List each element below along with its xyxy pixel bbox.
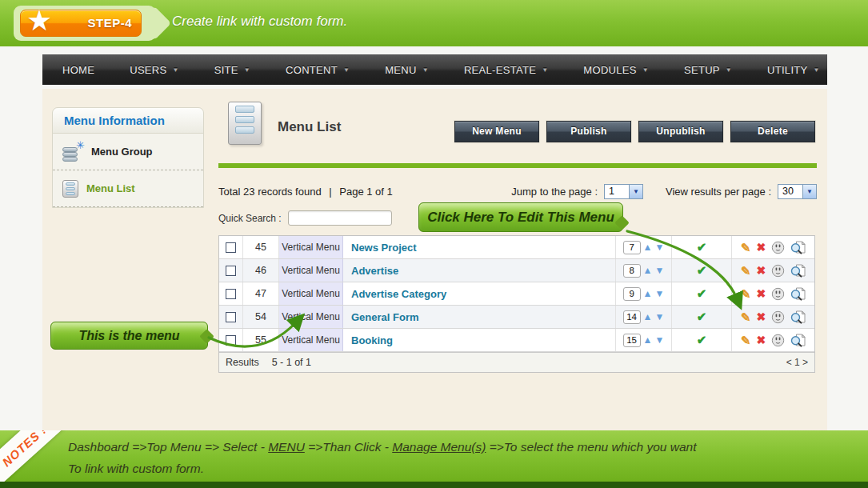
row-checkbox-cell — [219, 282, 243, 305]
table-row: 54 Vertical Menu General Form 14 ▲ ▼ ✔ ✎… — [219, 306, 814, 329]
publish-button[interactable]: Publish — [546, 121, 631, 142]
row-id: 55 — [243, 329, 279, 351]
row-menu-name-link[interactable]: Advertise Category — [343, 282, 616, 305]
nav-item-users[interactable]: USERS▼ — [112, 64, 197, 76]
preview-icon[interactable] — [790, 241, 806, 254]
chevron-down-icon: ▼ — [173, 66, 179, 74]
results-range: 5 - 1 of 1 — [272, 357, 311, 368]
row-menu-name-link[interactable]: News Project — [343, 236, 616, 258]
move-up-icon[interactable]: ▲ — [643, 242, 653, 252]
smiley-icon[interactable] — [771, 310, 785, 324]
published-check-icon[interactable]: ✔ — [697, 263, 707, 278]
edit-icon[interactable]: ✎ — [741, 288, 751, 300]
step-badge-point — [138, 6, 171, 40]
quick-search-input[interactable] — [288, 210, 392, 226]
move-up-icon[interactable]: ▲ — [643, 266, 653, 275]
move-up-icon[interactable]: ▲ — [643, 335, 653, 345]
unpublish-button[interactable]: Unpublish — [638, 121, 723, 142]
move-down-icon[interactable]: ▼ — [655, 312, 665, 322]
published-check-icon[interactable]: ✔ — [697, 333, 707, 347]
table-row: 46 Vertical Menu Advertise 8 ▲ ▼ ✔ ✎ ✖ — [219, 259, 814, 282]
results-label: Results — [226, 357, 259, 368]
row-id: 45 — [243, 236, 279, 258]
notes-ribbon-label: NOTES ! — [0, 430, 49, 469]
row-checkbox[interactable] — [226, 289, 236, 299]
move-down-icon[interactable]: ▼ — [655, 266, 665, 275]
delete-icon[interactable]: ✖ — [756, 242, 766, 253]
row-status-cell: ✔ — [672, 306, 732, 328]
published-check-icon[interactable]: ✔ — [697, 310, 707, 324]
top-nav: HOME USERS▼ SITE▼ CONTENT▼ MENU▼ REAL-ES… — [42, 54, 827, 85]
move-down-icon[interactable]: ▼ — [655, 242, 665, 252]
pager[interactable]: < 1 > — [786, 357, 808, 368]
jump-to-page-label: Jump to the page : — [511, 186, 598, 198]
edit-icon[interactable]: ✎ — [741, 334, 751, 346]
delete-icon[interactable]: ✖ — [756, 288, 766, 299]
row-status-cell: ✔ — [672, 282, 732, 305]
published-check-icon[interactable]: ✔ — [697, 286, 707, 301]
sidebar-item-menu-group[interactable]: ✳ Menu Group — [53, 134, 203, 170]
callout-text: This is the menu — [78, 329, 179, 343]
row-order-cell: 7 ▲ ▼ — [616, 236, 672, 258]
order-input[interactable]: 9 — [623, 287, 641, 301]
smiley-icon[interactable] — [771, 334, 785, 347]
published-check-icon[interactable]: ✔ — [697, 240, 707, 254]
nav-item-home[interactable]: HOME — [45, 64, 112, 76]
move-down-icon[interactable]: ▼ — [655, 335, 665, 345]
order-input[interactable]: 8 — [623, 264, 641, 278]
move-up-icon[interactable]: ▲ — [643, 289, 653, 298]
order-input[interactable]: 15 — [623, 334, 641, 347]
smiley-icon[interactable] — [771, 264, 785, 278]
jump-to-page-select[interactable]: 1 ▼ — [604, 184, 643, 199]
row-checkbox[interactable] — [226, 242, 236, 253]
delete-icon[interactable]: ✖ — [756, 265, 766, 276]
nav-item-site[interactable]: SITE▼ — [197, 64, 268, 76]
row-checkbox[interactable] — [226, 335, 236, 346]
row-order-cell: 9 ▲ ▼ — [616, 282, 672, 305]
row-menu-name-link[interactable]: General Form — [343, 306, 616, 328]
page-title: Menu List — [278, 119, 341, 135]
nav-item-real-estate[interactable]: REAL-ESTATE▼ — [446, 64, 566, 76]
row-checkbox[interactable] — [226, 266, 236, 276]
nav-item-modules[interactable]: MODULES▼ — [566, 64, 666, 76]
smiley-icon[interactable] — [771, 287, 785, 301]
edit-icon[interactable]: ✎ — [741, 311, 751, 323]
delete-icon[interactable]: ✖ — [756, 334, 766, 346]
row-menu-name-link[interactable]: Advertise — [343, 259, 616, 282]
delete-button[interactable]: Delete — [730, 121, 815, 142]
smiley-icon[interactable] — [771, 241, 785, 254]
row-menu-name-link[interactable]: Booking — [343, 329, 616, 351]
nav-label: REAL-ESTATE — [464, 64, 536, 76]
preview-icon[interactable] — [790, 264, 806, 278]
nav-item-menu[interactable]: MENU▼ — [367, 64, 446, 76]
row-group-label: Vertical Menu — [279, 259, 343, 282]
edit-icon[interactable]: ✎ — [741, 265, 751, 277]
row-checkbox-cell — [219, 259, 243, 282]
delete-icon[interactable]: ✖ — [756, 311, 766, 322]
records-info-row: Total 23 records found | Page 1 of 1 Jum… — [218, 184, 817, 199]
order-input[interactable]: 7 — [623, 241, 641, 254]
nav-item-utility[interactable]: UTILITY▼ — [750, 64, 838, 76]
preview-icon[interactable] — [790, 310, 806, 324]
preview-icon[interactable] — [790, 287, 806, 301]
row-group-label: Vertical Menu — [279, 282, 343, 305]
edit-icon[interactable]: ✎ — [741, 242, 751, 254]
move-up-icon[interactable]: ▲ — [643, 312, 653, 322]
order-input[interactable]: 14 — [623, 310, 641, 324]
row-checkbox[interactable] — [226, 312, 236, 322]
preview-icon[interactable] — [790, 334, 806, 347]
move-down-icon[interactable]: ▼ — [655, 289, 665, 298]
row-order-cell: 14 ▲ ▼ — [616, 306, 672, 328]
nav-item-content[interactable]: CONTENT▼ — [268, 64, 367, 76]
menu-link-text: MENU — [268, 440, 305, 454]
table-row: 47 Vertical Menu Advertise Category 9 ▲ … — [219, 282, 814, 306]
row-actions-cell: ✎ ✖ — [732, 259, 814, 282]
nav-item-setup[interactable]: SETUP▼ — [666, 64, 750, 76]
new-menu-button[interactable]: New Menu — [454, 121, 539, 142]
row-status-cell: ✔ — [672, 329, 732, 351]
notes-line-2: To link with custom form. — [68, 458, 844, 479]
table-row: 55 Vertical Menu Booking 15 ▲ ▼ ✔ ✎ ✖ — [219, 329, 814, 352]
per-page-select[interactable]: 30 ▼ — [778, 184, 817, 199]
step-title: Create link with custom form. — [172, 14, 347, 30]
sidebar-item-menu-list[interactable]: Menu List — [53, 170, 203, 207]
